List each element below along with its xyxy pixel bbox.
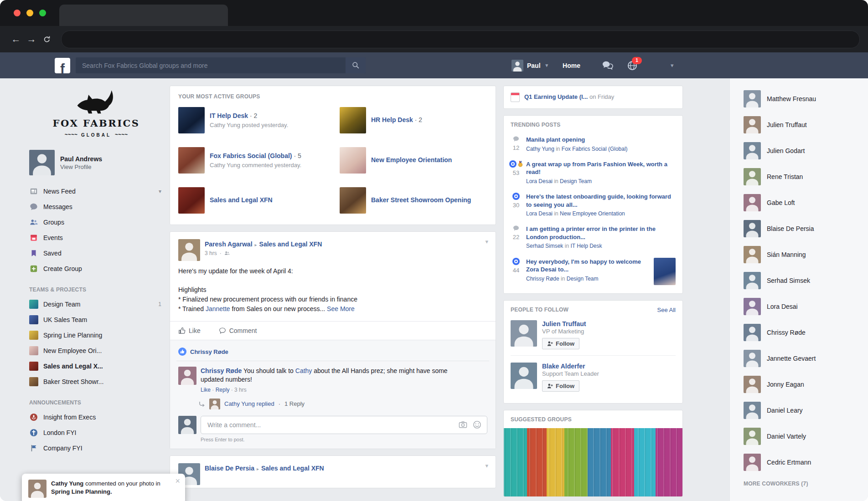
person-link[interactable]: Lora Desai: [526, 178, 553, 184]
reply-count[interactable]: 1 Reply: [284, 400, 305, 407]
post-options-chevron[interactable]: ▾: [485, 462, 488, 469]
contact-row[interactable]: Jannette Gevaert: [744, 345, 868, 371]
person-name-link[interactable]: Blake Alderfer: [542, 363, 599, 370]
account-menu-chevron[interactable]: ▾: [671, 62, 674, 69]
person-link[interactable]: Chrissy Røde: [526, 276, 559, 282]
person-link[interactable]: Serhad Simsek: [526, 243, 563, 249]
trending-item[interactable]: 44 Hey everybody, I'm so happy to welcom…: [511, 258, 676, 285]
view-profile-link[interactable]: View Profile: [60, 164, 102, 170]
contact-row[interactable]: Cedric Ertmann: [744, 449, 868, 475]
group-link[interactable]: Design Team: [560, 178, 592, 184]
group-item-baker-street-showroom[interactable]: Baker Street Showroom Opening: [340, 187, 487, 214]
forward-button[interactable]: →: [24, 31, 39, 47]
contact-row[interactable]: Matthew Fresnau: [744, 86, 868, 112]
group-item-hr-help-desk[interactable]: HR Help Desk · 2: [340, 107, 487, 133]
comment-reply-link[interactable]: Reply: [216, 387, 230, 393]
address-bar[interactable]: [61, 31, 860, 48]
reload-button[interactable]: [39, 31, 55, 47]
person-link[interactable]: Lora Desai: [526, 210, 553, 217]
trending-title-link[interactable]: Here's the latest onboarding guide, look…: [526, 193, 676, 209]
group-name[interactable]: IT Help Desk: [210, 112, 248, 119]
comment-author-link[interactable]: Chrissy Røde: [201, 367, 242, 374]
post-author-link[interactable]: Paresh Agarwal: [205, 240, 253, 248]
group-name[interactable]: Baker Street Showroom Opening: [371, 196, 471, 204]
search-input[interactable]: [76, 57, 346, 73]
home-link[interactable]: Home: [563, 62, 580, 69]
sidebar-item-london-fyi[interactable]: London FYI: [28, 425, 164, 440]
comment-button[interactable]: Comment: [219, 327, 257, 334]
reply-author[interactable]: Cathy Yung replied: [224, 400, 274, 407]
group-item-sales-and-legal-xfn[interactable]: Sales and Legal XFN: [178, 187, 326, 214]
window-close-button[interactable]: [14, 10, 21, 16]
contact-row[interactable]: Lora Desai: [744, 293, 868, 319]
see-all-link[interactable]: See All: [657, 307, 676, 313]
close-icon[interactable]: ×: [175, 476, 180, 486]
group-name[interactable]: Fox Fabrics Social (Global): [210, 152, 292, 159]
facebook-logo[interactable]: f: [55, 58, 70, 73]
avatar[interactable]: [178, 367, 196, 385]
sidebar-item-design-team[interactable]: Design Team 1: [28, 297, 164, 312]
group-name[interactable]: Sales and Legal XFN: [210, 196, 273, 204]
sidebar-item-company-fyi[interactable]: Company FYI: [28, 440, 164, 456]
profile-menu[interactable]: Paul ▾: [512, 60, 548, 72]
post-author-link[interactable]: Blaise De Persia: [205, 465, 254, 472]
trending-title-link[interactable]: Manila plant opening: [526, 136, 676, 144]
event-reminder-card[interactable]: Q1 Earning Update (I... on Friday: [503, 86, 683, 109]
contact-row[interactable]: Sián Manning: [744, 241, 868, 267]
person-link[interactable]: Jannette: [206, 305, 230, 312]
messages-icon[interactable]: [602, 60, 613, 71]
sidebar-item-create-group[interactable]: Create Group: [28, 261, 164, 276]
contact-row[interactable]: Rene Tristan: [744, 164, 868, 189]
window-minimize-button[interactable]: [26, 10, 33, 16]
contact-row[interactable]: Chrissy Røde: [744, 319, 868, 345]
contact-row[interactable]: Jonny Eagan: [744, 371, 868, 397]
sidebar-item-new-employee-orientation[interactable]: New Employee Ori...: [28, 343, 164, 358]
post-timestamp[interactable]: 3 hrs: [205, 250, 217, 256]
suggested-group-photo[interactable]: [504, 428, 682, 496]
post-options-chevron[interactable]: ▾: [485, 238, 488, 245]
comment-like-link[interactable]: Like: [201, 387, 211, 393]
post-group-link[interactable]: Sales and Legal XFN: [261, 465, 324, 472]
avatar[interactable]: [178, 239, 200, 261]
sidebar-profile[interactable]: Paul Andrews View Profile: [28, 150, 164, 175]
sidebar-item-uk-sales-team[interactable]: UK Sales Team: [28, 312, 164, 327]
comment-input[interactable]: [207, 421, 453, 429]
group-link[interactable]: New Employee Orientation: [560, 210, 625, 217]
group-name[interactable]: HR Help Desk: [371, 116, 413, 123]
group-link[interactable]: Design Team: [567, 276, 599, 282]
person-link[interactable]: Cathy Yung: [526, 146, 554, 152]
event-title-link[interactable]: Q1 Earning Update (I...: [524, 93, 588, 100]
sidebar-item-sales-and-legal[interactable]: Sales and Legal X...: [28, 358, 164, 374]
camera-icon[interactable]: [459, 420, 467, 429]
sidebar-item-spring-line-planning[interactable]: Spring Line Planning: [28, 327, 164, 343]
browser-tab[interactable]: [59, 5, 228, 26]
contact-row[interactable]: Julien Truffaut: [744, 112, 868, 138]
trending-item[interactable]: 30 Here's the latest onboarding guide, l…: [511, 193, 676, 217]
sidebar-item-saved[interactable]: Saved: [28, 245, 164, 261]
avatar[interactable]: [511, 363, 537, 389]
smiley-icon[interactable]: [473, 420, 481, 429]
sidebar-item-baker-street-showroom[interactable]: Baker Street Showr...: [28, 374, 164, 389]
like-button[interactable]: Like: [178, 327, 201, 334]
group-item-it-help-desk[interactable]: IT Help Desk · 2 Cathy Yung posted yeste…: [178, 107, 326, 133]
sidebar-item-messages[interactable]: Messages: [28, 199, 164, 215]
follow-button[interactable]: Follow: [542, 380, 579, 392]
contact-row[interactable]: Serhad Simsek: [744, 267, 868, 293]
post-group-link[interactable]: Sales and Legal XFN: [259, 240, 322, 248]
contact-row[interactable]: Julien Godart: [744, 138, 868, 164]
person-link[interactable]: Cathy: [295, 367, 312, 374]
search-button[interactable]: [346, 57, 366, 73]
follow-button[interactable]: Follow: [542, 338, 579, 349]
contact-row[interactable]: Gabe Loft: [744, 189, 868, 215]
notifications-icon[interactable]: 1: [627, 60, 638, 71]
group-link[interactable]: Fox Fabrics Social (Global): [562, 146, 628, 152]
liked-by-name[interactable]: Chrissy Røde: [190, 348, 228, 355]
group-item-new-employee-orientation[interactable]: New Employee Orientation: [340, 147, 487, 174]
sidebar-item-events[interactable]: Events: [28, 230, 164, 245]
trending-item[interactable]: 22 I am getting a printer error in the p…: [511, 225, 676, 250]
person-link[interactable]: Cathy Yung: [51, 480, 83, 487]
contact-row[interactable]: Daniel Leary: [744, 397, 868, 423]
sidebar-item-news-feed[interactable]: News Feed ▾: [28, 184, 164, 199]
trending-title-link[interactable]: A great wrap up from Paris Fashion Week,…: [526, 160, 676, 176]
trending-title-link[interactable]: I am getting a printer error in the prin…: [526, 225, 676, 241]
